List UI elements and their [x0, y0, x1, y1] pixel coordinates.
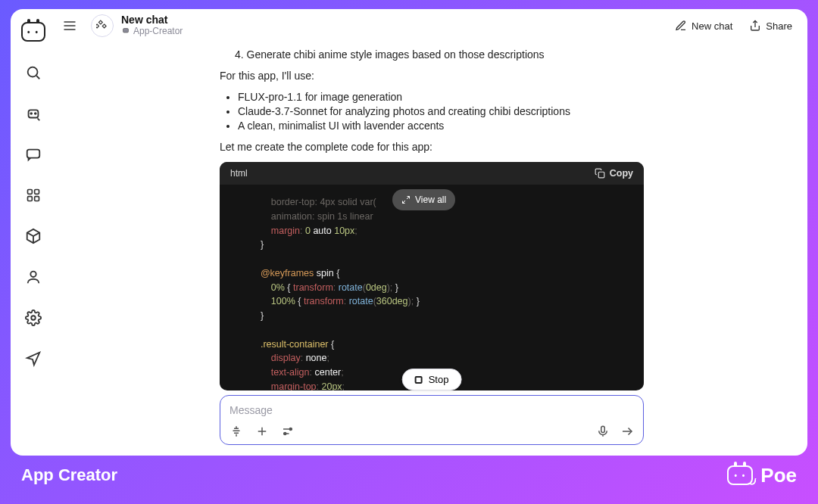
bullet-list: FLUX-pro-1.1 for image generation Claude… [238, 91, 644, 132]
brand: • • Poe [727, 464, 797, 487]
stop-icon [415, 376, 423, 384]
profile-icon[interactable] [20, 263, 47, 291]
svg-point-12 [31, 316, 36, 320]
svg-point-0 [28, 67, 38, 77]
svg-line-20 [403, 201, 406, 204]
svg-point-4 [35, 113, 36, 114]
footer-bar: App Creator • • Poe [0, 456, 818, 495]
bot-avatar-icon[interactable] [91, 14, 114, 37]
stop-button[interactable]: Stop [402, 369, 462, 390]
copy-code-button[interactable]: Copy [595, 168, 633, 179]
apps-grid-icon[interactable] [20, 182, 47, 209]
svg-line-1 [36, 76, 39, 79]
poe-logo-icon: • • [727, 465, 753, 485]
send-icon[interactable] [620, 425, 634, 438]
attach-icon[interactable] [255, 425, 269, 438]
assistant-message: 4. Generate chibi anime style images bas… [220, 42, 644, 390]
new-chat-label: New chat [692, 20, 732, 32]
bullet-item: A clean, minimalist UI with lavender acc… [238, 120, 644, 132]
share-button[interactable]: Share [745, 17, 797, 35]
view-all-label: View all [415, 193, 446, 207]
message-paragraph: Let me create the complete code for this… [220, 141, 644, 153]
bot-name: App-Creator [133, 26, 183, 36]
code-block: html Copy View all border-top: 4px solid… [220, 162, 644, 390]
bullet-item: FLUX-pro-1.1 for image generation [238, 91, 644, 103]
code-language-label: html [230, 168, 248, 179]
message-paragraph: For this app, I'll use: [220, 70, 644, 82]
mic-icon[interactable] [596, 425, 610, 438]
commands-icon[interactable] [281, 425, 295, 438]
search-icon[interactable] [20, 59, 47, 86]
logo-icon[interactable]: • • [20, 18, 47, 45]
svg-rect-16 [123, 29, 129, 33]
bot-badge-icon [121, 26, 130, 37]
stop-label: Stop [429, 374, 449, 385]
settings-icon[interactable] [20, 304, 47, 331]
svg-rect-8 [35, 190, 39, 194]
new-chat-button[interactable]: New chat [670, 17, 737, 35]
svg-rect-6 [27, 150, 40, 158]
svg-line-19 [407, 197, 410, 200]
svg-line-5 [38, 118, 40, 120]
brand-name: Poe [760, 464, 797, 487]
app-shell: • • [11, 9, 807, 456]
svg-point-26 [284, 433, 286, 435]
share-label: Share [766, 20, 792, 32]
explore-bot-icon[interactable] [20, 100, 47, 127]
svg-rect-10 [35, 197, 39, 201]
footer-title: App Creator [21, 465, 117, 485]
svg-rect-18 [598, 172, 604, 178]
svg-point-25 [289, 428, 292, 431]
svg-point-3 [30, 113, 32, 114]
chats-icon[interactable] [20, 141, 47, 168]
svg-point-11 [30, 272, 36, 277]
bullet-item: Claude-3.7-Sonnet for analyzing photos a… [238, 105, 644, 117]
voice-input-icon[interactable] [229, 425, 243, 438]
ordered-list-item: 4. Generate chibi anime style images bas… [235, 48, 644, 61]
copy-label: Copy [610, 168, 633, 179]
menu-icon[interactable] [56, 12, 83, 39]
svg-rect-9 [28, 197, 33, 201]
view-all-button[interactable]: View all [392, 189, 455, 210]
cube-icon[interactable] [20, 222, 47, 250]
content-area: 4. Generate chibi anime style images bas… [56, 42, 807, 456]
svg-rect-7 [28, 190, 33, 194]
send-feedback-icon[interactable] [20, 345, 47, 372]
chat-title: New chat [121, 14, 183, 26]
code-body[interactable]: View all border-top: 4px solid var( dark… [220, 185, 644, 390]
message-input[interactable] [229, 404, 634, 416]
sidebar: • • [11, 9, 56, 456]
composer[interactable] [220, 395, 644, 445]
topbar: New chat App-Creator New chat Share [56, 9, 807, 42]
main-area: New chat App-Creator New chat Share [56, 9, 807, 456]
svg-rect-27 [601, 426, 605, 432]
